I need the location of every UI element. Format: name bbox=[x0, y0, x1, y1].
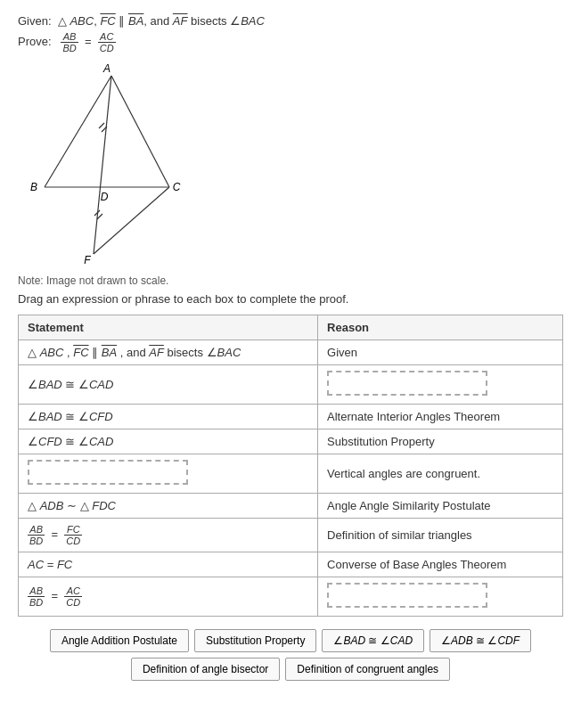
stmt-9: AB BD = AC CD bbox=[19, 577, 318, 617]
svg-line-3 bbox=[94, 76, 111, 254]
table-row: ∠BAD ≅ ∠CAD bbox=[19, 365, 563, 405]
prove-line: Prove: AB BD = AC CD bbox=[18, 31, 563, 53]
frac-fc-cd: FC CD bbox=[64, 524, 82, 546]
reason-6: Angle Angle Similarity Postulate bbox=[318, 494, 563, 519]
option-angle-addition[interactable]: Angle Addition Postulate bbox=[50, 629, 189, 652]
stmt-7: AB BD = FC CD bbox=[19, 519, 318, 552]
given-label: Given: bbox=[18, 14, 52, 28]
table-row: AB BD = AC CD bbox=[19, 577, 563, 617]
option-substitution[interactable]: Substitution Property bbox=[194, 629, 316, 652]
reason-7: Definition of similar triangles bbox=[318, 519, 563, 552]
svg-line-1 bbox=[111, 76, 169, 187]
drop-zone-reason-9[interactable] bbox=[327, 583, 487, 608]
option-def-angle-bisector[interactable]: Definition of angle bisector bbox=[131, 658, 280, 681]
table-row: ∠BAD ≅ ∠CFD Alternate Interior Angles Th… bbox=[19, 405, 563, 429]
option-def-congruent-angles[interactable]: Definition of congruent angles bbox=[285, 658, 450, 681]
svg-text:D: D bbox=[101, 191, 109, 203]
svg-text:A: A bbox=[102, 62, 110, 75]
options-area: Angle Addition Postulate Substitution Pr… bbox=[18, 629, 563, 681]
option-bad-cad[interactable]: ∠BAD ≅ ∠CAD bbox=[322, 629, 424, 652]
frac-ab-bd-2: AB BD bbox=[28, 585, 45, 608]
table-row: ∠CFD ≅ ∠CAD Substitution Property bbox=[19, 429, 563, 454]
col-reason: Reason bbox=[318, 315, 563, 340]
option-adb-cdf[interactable]: ∠ADB ≅ ∠CDF bbox=[430, 629, 531, 652]
reason-9-dropzone[interactable] bbox=[318, 577, 563, 617]
stmt-1: △ ABC , FC ∥ BA , and AF bisects ∠BAC bbox=[19, 340, 318, 365]
stmt-8: AC = FC bbox=[19, 552, 318, 577]
geometry-diagram: A B C D F bbox=[27, 62, 205, 267]
proof-table: Statement Reason △ ABC , FC ∥ BA , and A… bbox=[18, 315, 563, 617]
reason-8: Converse of Base Angles Theorem bbox=[318, 552, 563, 577]
reason-5: Vertical angles are congruent. bbox=[318, 454, 563, 494]
prove-label: Prove: bbox=[18, 35, 52, 48]
reason-3: Alternate Interior Angles Theorem bbox=[318, 405, 563, 429]
reason-4: Substitution Property bbox=[318, 429, 563, 454]
svg-line-5 bbox=[99, 123, 104, 128]
svg-text:B: B bbox=[30, 181, 37, 193]
table-row: △ ABC , FC ∥ BA , and AF bisects ∠BAC Gi… bbox=[19, 340, 563, 365]
col-statement: Statement bbox=[19, 315, 318, 340]
stmt-4: ∠CFD ≅ ∠CAD bbox=[19, 429, 318, 454]
frac-ac-cd: AC CD bbox=[64, 585, 82, 608]
prove-fraction: AB BD bbox=[61, 31, 78, 53]
prove-fraction2: AC CD bbox=[98, 31, 116, 53]
reason-1: Given bbox=[318, 340, 563, 365]
frac-ab-bd: AB BD bbox=[28, 524, 45, 546]
given-line: Given: △ ABC, FC ∥ BA, and AF bisects ∠B… bbox=[18, 14, 563, 28]
drag-instruction: Drag an expression or phrase to each box… bbox=[18, 292, 563, 306]
stmt-2: ∠BAD ≅ ∠CAD bbox=[19, 365, 318, 405]
drop-zone-reason-2[interactable] bbox=[327, 371, 487, 396]
svg-text:F: F bbox=[84, 254, 91, 266]
table-row: AB BD = FC CD Definition of similar tria… bbox=[19, 519, 563, 552]
diagram: A B C D F bbox=[27, 62, 205, 267]
note-text: Note: Image not drawn to scale. bbox=[18, 274, 563, 287]
svg-text:C: C bbox=[173, 181, 181, 193]
drop-zone-stmt-5[interactable] bbox=[28, 460, 188, 485]
reason-2-dropzone[interactable] bbox=[318, 365, 563, 405]
stmt-6: △ ADB ∼ △ FDC bbox=[19, 494, 318, 519]
stmt-3: ∠BAD ≅ ∠CFD bbox=[19, 405, 318, 429]
table-row: △ ADB ∼ △ FDC Angle Angle Similarity Pos… bbox=[19, 494, 563, 519]
table-row: AC = FC Converse of Base Angles Theorem bbox=[19, 552, 563, 577]
stmt-5-dropzone[interactable] bbox=[19, 454, 318, 494]
table-row: Vertical angles are congruent. bbox=[19, 454, 563, 494]
